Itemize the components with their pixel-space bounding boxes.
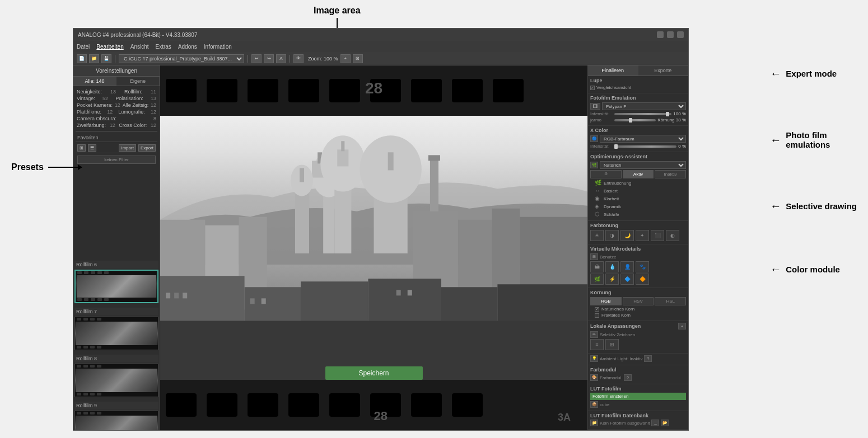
grid-view-btn[interactable]: ⊞ (77, 144, 86, 152)
farbmodul-info-btn[interactable]: ? (624, 374, 632, 381)
lokale-icon1[interactable]: ≡ (590, 339, 604, 350)
klarheit-row: ◉ Klarheit (590, 195, 686, 202)
intensity-slider[interactable] (614, 113, 671, 115)
toolbar-fit[interactable]: ⊡ (353, 54, 363, 63)
farbtonung-icon2[interactable]: ◑ (605, 230, 619, 241)
toolbar-eye[interactable]: 👁 (293, 54, 304, 63)
naturliches-korn-check[interactable] (595, 307, 599, 312)
lokale-icon[interactable]: ✏ (590, 331, 598, 338)
virtuelle-icon2[interactable]: 💧 (605, 261, 619, 272)
presets-arrow (48, 167, 82, 168)
kornung-slider[interactable] (614, 119, 656, 121)
export-btn[interactable]: Export (138, 144, 156, 152)
lut-db-browse-btn[interactable]: … (651, 420, 659, 426)
aktiv-btn[interactable]: Aktiv (623, 170, 654, 178)
x-color-slider[interactable] (614, 145, 676, 148)
film-emulation-section: Fotofilm Emulation 🎞 Polypan F Intensitä… (588, 93, 688, 126)
x-color-dropdown[interactable]: RGB-Farbraum (600, 135, 686, 143)
farbtonung-section: Farbtonung ☀ ◑ 🌙 ✦ ⬛ ◐ (588, 221, 688, 244)
lokale-add-btn[interactable]: + (678, 323, 686, 329)
lupe-section: Lupe Vergleichsansicht (588, 76, 688, 93)
virtuelle-icon3[interactable]: 👤 (620, 261, 634, 272)
presets-header: Voreinstellungen (73, 65, 160, 77)
save-button[interactable]: Speichern (325, 366, 422, 380)
entrauschung-row: 🌿 Entrauschung (590, 180, 686, 186)
vergleichsansicht-check[interactable] (590, 86, 595, 90)
korrekturen-section: Korrekturen Sensorfehler entfernen ? (588, 430, 688, 430)
farbmodul-section: Farbmodul 🎨 Farbmodul ? (588, 365, 688, 384)
lokale-icon2[interactable]: ⊞ (605, 339, 619, 350)
lut-green-bar[interactable]: Fotofilm einstellen (590, 393, 686, 400)
farbmodul-label: Farbmodul (600, 375, 622, 380)
preset-thumb-rollfilm9[interactable] (74, 411, 158, 431)
toolbar-undo[interactable]: ↩ (251, 54, 262, 63)
menu-bearbeiten[interactable]: Bearbeiten (96, 44, 123, 50)
tab-exporte[interactable]: Exporte (638, 65, 689, 76)
menu-information[interactable]: Information (204, 44, 232, 50)
list-view-btn[interactable]: ☰ (88, 144, 96, 152)
toolbar-file-dropdown[interactable]: C:\CUC #7 professional_Prototype_Build 3… (119, 54, 244, 63)
rgb-btn[interactable]: RGB (590, 297, 622, 305)
film-emulation-dropdown[interactable]: Polypan F (602, 102, 686, 110)
preset-thumb-rollfilm7[interactable] (74, 317, 158, 350)
virtuelle-icons: 🏔 💧 👤 🐾 (590, 261, 686, 272)
main-photo (160, 113, 587, 383)
lut-db-icon[interactable]: 📁 (590, 420, 598, 426)
preset-tab-alle[interactable]: Alle: 140 (73, 77, 116, 86)
lut-icon[interactable]: 📦 (590, 401, 598, 408)
farbtonung-icon5[interactable]: ⬛ (651, 230, 664, 241)
toolbar-a[interactable]: A (276, 54, 286, 63)
maximize-button[interactable] (667, 31, 674, 38)
menu-extras[interactable]: Extras (156, 44, 171, 50)
toolbar-save-file[interactable]: 💾 (101, 54, 111, 63)
ambient-info-btn[interactable]: ? (644, 355, 652, 362)
virtuelle-icon[interactable]: ⊞ (590, 253, 598, 260)
inaktiv-btn[interactable]: Inaktiv (655, 170, 686, 178)
preset-tab-eigene[interactable]: Eigene (116, 77, 160, 86)
virtuelle-icon5[interactable]: 🌿 (590, 274, 604, 285)
toolbar-new[interactable]: 📄 (77, 54, 87, 63)
virtuelle-icon1[interactable]: 🏔 (590, 261, 604, 272)
farbtonung-icon3[interactable]: 🌙 (620, 230, 634, 241)
ambient-icon[interactable]: 💡 (590, 355, 598, 362)
virtuelle-icon4[interactable]: 🐾 (636, 261, 649, 272)
farbmodul-icon[interactable]: 🎨 (590, 374, 598, 381)
menu-datei[interactable]: Datei (77, 44, 90, 50)
toolbar-zoom-in[interactable]: + (340, 54, 351, 63)
opt-dropdown[interactable]: Natürlich (600, 161, 686, 169)
center-image-area: 28 (160, 65, 587, 430)
lokale-section: Lokale Anpassungen + ✏ Selektiv Zeichnen… (588, 321, 688, 354)
vergleichsansicht-label: Vergleichsansicht (596, 85, 631, 90)
menu-ansicht[interactable]: Ansicht (130, 44, 149, 50)
farbtonung-icon4[interactable]: ✦ (636, 230, 649, 241)
farbtonung-title: Farbtonung (590, 223, 618, 228)
opt-icon[interactable]: 🌿 (590, 162, 598, 168)
virtuelle-icon8[interactable]: 🔶 (636, 274, 649, 285)
minimize-button[interactable] (657, 31, 664, 38)
film-hole-bot-4 (288, 393, 319, 417)
menu-addons[interactable]: Addons (178, 44, 197, 50)
fraktales-korn-check[interactable] (595, 313, 599, 318)
tab-finalieren[interactable]: Finalieren (588, 65, 638, 76)
klarheit-label: Klarheit (604, 196, 619, 201)
film-emulation-icon[interactable]: 🎞 (590, 103, 600, 110)
preset-thumbnails: Rollfilm 6 (73, 260, 160, 431)
virtuelle-icon6[interactable]: ⚡ (605, 274, 619, 285)
close-button[interactable] (677, 31, 684, 38)
toolbar-open[interactable]: 📁 (89, 54, 99, 63)
preset-thumb-rollfilm8[interactable] (74, 364, 158, 397)
farbtonung-icon6[interactable]: ◐ (666, 230, 679, 241)
svg-rect-15 (388, 152, 394, 170)
hsl-btn[interactable]: HSL (655, 297, 686, 305)
virtuelle-icon7[interactable]: 🔷 (620, 274, 634, 285)
x-color-icon[interactable]: 🔵 (590, 135, 598, 142)
farbtonung-icon1[interactable]: ☀ (590, 230, 604, 241)
lut-db-folder-btn[interactable]: 📂 (661, 420, 669, 426)
scharfe-icon: ⬡ (595, 211, 601, 218)
import-btn[interactable]: Import (119, 144, 136, 152)
filter-button[interactable]: keinen Filter (77, 156, 156, 164)
preset-thumb-rollfilm6[interactable] (74, 270, 158, 303)
hsv-btn[interactable]: HSV (623, 297, 654, 305)
optimierungs-section: Optimierungs-Assistent 🌿 Natürlich ⚙ Akt… (588, 152, 688, 221)
toolbar-redo[interactable]: ↪ (264, 54, 274, 63)
